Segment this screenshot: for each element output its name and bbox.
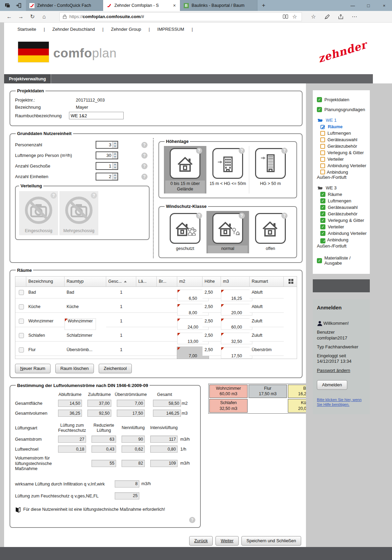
link-zehnder-deutschland[interactable]: Zehnder Deutschland — [48, 27, 107, 32]
row-checkbox[interactable] — [19, 333, 24, 338]
stepper-arrows[interactable] — [112, 142, 117, 148]
sidebar-item-projektdaten[interactable]: Projektdaten — [317, 97, 367, 102]
tab-close-icon[interactable]: × — [172, 3, 177, 8]
row-checkbox[interactable] — [19, 290, 24, 295]
sidebar-item-we1-geraeteauswahl[interactable]: Geräteauswahl — [320, 137, 367, 142]
help-icon[interactable] — [189, 517, 195, 523]
window-maximize-button[interactable]: □ — [361, 0, 376, 11]
new-tab-button[interactable]: + — [257, 0, 270, 11]
luftmenge-stepper[interactable]: 30 — [96, 151, 118, 159]
table-row[interactable]: Schlafen Schlafzimmer 1 13,00 2,50 32,50… — [15, 330, 297, 344]
help-icon[interactable] — [141, 163, 148, 169]
table-row[interactable]: Flur Überströmb... 1 7,00 2,50 17,50 Übe… — [15, 344, 297, 359]
column-chooser[interactable] — [284, 277, 297, 286]
col-raumart[interactable]: Raumart — [250, 277, 284, 286]
sidebar-item-we3-verteiler[interactable]: Verteiler — [320, 224, 367, 229]
sidebar-item-we3-luftmengen[interactable]: Luftmengen — [320, 198, 367, 203]
share-icon[interactable] — [334, 14, 348, 19]
annotate-pen-icon[interactable] — [320, 14, 334, 19]
sidebar-we1[interactable]: WE 1 — [318, 118, 367, 123]
room-cell-flur[interactable]: Flur17,50 m3 — [249, 385, 287, 398]
option-windschutz-offen[interactable]: offen — [249, 211, 292, 253]
row-checkbox[interactable] — [19, 347, 24, 352]
option-hoehenlage-15-50m[interactable]: 15 m < HG <= 50m — [207, 146, 249, 194]
option-hoehenlage-0-15m[interactable]: 0 bis 15 m über Gelände — [164, 146, 207, 194]
browser-tab-3[interactable]: B Baulinks - Bauportal / Baum — [180, 0, 257, 11]
sidebar-item-we1-luftmengen[interactable]: Luftmengen — [320, 131, 367, 136]
sidebar-item-we1-raeume[interactable]: Räume — [320, 124, 367, 129]
window-close-button[interactable]: × — [376, 0, 392, 11]
help-link[interactable]: Bitte klicken Sie hier, wenn Sie Hilfe b… — [317, 397, 366, 407]
col-bezeichnung[interactable]: Bezeichnung — [26, 277, 65, 286]
personenzahl-stepper[interactable]: 3 — [96, 141, 118, 149]
speichern-schliessen-button[interactable]: Speichern und Schließen — [241, 536, 301, 546]
set-tabs-aside-icon[interactable] — [16, 3, 21, 8]
help-icon[interactable] — [239, 213, 245, 219]
sidebar-item-we3-verlegung[interactable]: Verlegung & Gitter — [320, 218, 367, 223]
sidebar-item-we1-geraetezubehoer[interactable]: Gerätezubehör — [320, 144, 367, 149]
help-icon[interactable] — [196, 148, 202, 154]
help-icon[interactable] — [141, 142, 148, 148]
help-icon[interactable] — [239, 148, 245, 154]
hub-favorites-icon[interactable]: ☆ — [307, 13, 320, 20]
help-icon[interactable] — [281, 148, 288, 154]
sidebar-item-we3-anbindung-verteiler[interactable]: Anbindung Verteiler — [320, 231, 367, 236]
raum-loeschen-button[interactable]: Raum löschen — [55, 364, 94, 373]
favorites-star-icon[interactable]: ☆ — [291, 13, 298, 20]
option-windschutz-normal[interactable]: normal — [207, 211, 249, 253]
home-icon[interactable]: ⌂ — [38, 14, 50, 20]
zurueck-button[interactable]: Zurück — [189, 536, 213, 546]
col-raumtyp[interactable]: Raumtyp — [65, 277, 106, 286]
sidebar-item-we1-verteiler[interactable]: Verteiler — [320, 157, 367, 162]
sidebar-item-we1-anbindung-aussen[interactable]: Anbindung Außen-/Fortluft — [317, 170, 367, 180]
einheiten-stepper[interactable]: 2 — [96, 173, 118, 181]
help-icon[interactable] — [51, 192, 57, 199]
stepper-arrows[interactable] — [112, 163, 117, 169]
neuer-raum-button[interactable]: Neuer Raum — [15, 364, 51, 373]
row-checkbox[interactable] — [19, 304, 24, 309]
sidebar-item-materialliste[interactable]: Materialliste / Ausgabe — [317, 255, 367, 266]
option-windschutz-geschutzt[interactable]: geschutzt — [164, 211, 207, 253]
sidebar-item-planungsgrundlagen[interactable]: Planungsgrundlagen — [317, 107, 367, 112]
link-startseite[interactable]: Startseite — [14, 27, 48, 32]
col-geschoss[interactable]: Gesc... — [106, 277, 136, 286]
abmelden-button[interactable]: Abmelden — [317, 380, 347, 390]
stepper-arrows[interactable] — [112, 173, 117, 180]
col-laenge[interactable]: Lä... — [136, 277, 157, 286]
url-field[interactable]: https://comfoplan.comfosuite.com/# ☆ — [59, 12, 302, 21]
sidebar-item-we1-verlegung[interactable]: Verlegung & Gitter — [320, 150, 367, 155]
table-row[interactable]: Bad Bad 1 6,50 2,50 16,25 Abluft — [15, 287, 297, 301]
option-hoehenlage-50m[interactable]: HG > 50 m — [249, 146, 292, 194]
tab-preview-icon[interactable] — [5, 3, 10, 8]
zeichentool-button[interactable]: Zeichentool — [99, 364, 132, 373]
window-minimize-button[interactable]: — — [345, 0, 361, 11]
sidebar-item-we1-anbindung-verteiler[interactable]: Anbindung Verteiler — [320, 163, 367, 168]
back-icon[interactable]: ← — [3, 14, 15, 20]
weiter-button[interactable]: Weiter — [215, 536, 238, 546]
sidebar-item-we3-raeume[interactable]: Räume — [320, 192, 367, 197]
reading-view-icon[interactable] — [283, 14, 288, 19]
row-checkbox[interactable] — [19, 319, 24, 324]
help-icon[interactable] — [141, 174, 148, 180]
option-mehrgeschossig[interactable]: Mehrgeschossig — [59, 191, 98, 235]
sidebar-we3[interactable]: WE 3 — [318, 185, 367, 190]
col-hoehe[interactable]: Höhe — [202, 277, 221, 286]
room-cell-wohnzimmer[interactable]: Wohnzimmer60,00 m3 — [209, 385, 248, 398]
col-m3[interactable]: m3 — [221, 277, 250, 286]
sidebar-item-we3-geraetezubehoer[interactable]: Gerätezubehör — [320, 211, 367, 216]
table-row[interactable]: Küche Küche 1 8,00 2,50 20,00 Abluft — [15, 301, 297, 316]
help-icon[interactable] — [141, 152, 148, 159]
table-row[interactable]: Wohnzimmer Wohnzimmer 1 24,00 2,50 60,00… — [15, 316, 297, 330]
change-password-link[interactable]: Passwort ändern — [317, 368, 350, 373]
stepper-arrows[interactable] — [112, 152, 117, 159]
geschosse-stepper[interactable]: 1 — [96, 162, 118, 170]
link-impressum[interactable]: IMPRESSUM — [154, 27, 197, 32]
link-zehnder-group[interactable]: Zehnder Group — [107, 27, 154, 32]
more-options-icon[interactable]: ⋯ — [348, 13, 361, 20]
help-icon[interactable] — [281, 213, 288, 219]
browser-tab-1[interactable]: Zehnder - ComfoQuick Fach — [26, 0, 103, 11]
option-eingeschossig[interactable]: Eingeschossig — [19, 191, 58, 235]
refresh-icon[interactable]: ↻ — [27, 13, 38, 20]
col-m2[interactable]: m2 — [177, 277, 202, 286]
help-icon[interactable] — [91, 192, 97, 199]
